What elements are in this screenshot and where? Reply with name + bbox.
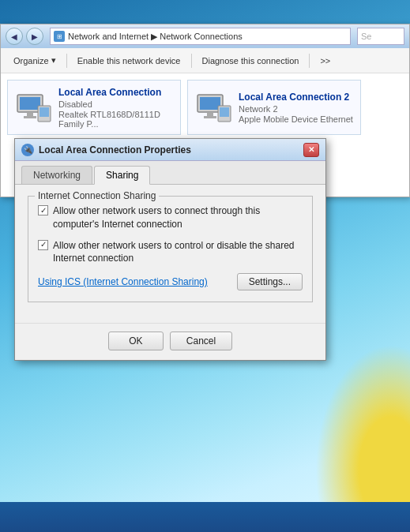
network-icon-2 bbox=[194, 88, 232, 126]
tab-sharing-label: Sharing bbox=[106, 170, 138, 181]
tab-networking[interactable]: Networking bbox=[21, 166, 92, 184]
svg-rect-1 bbox=[20, 97, 40, 110]
allow-connect-checkbox[interactable] bbox=[38, 205, 48, 215]
connection-name-1: Local Area Connection bbox=[58, 87, 174, 98]
close-icon: ✕ bbox=[308, 145, 314, 154]
svg-rect-9 bbox=[204, 116, 216, 118]
network-icon-1 bbox=[14, 88, 52, 126]
network-info-1: Local Area Connection Disabled Realtek R… bbox=[58, 87, 174, 129]
ics-group-box: Internet Connection Sharing Allow other … bbox=[28, 196, 313, 302]
toolbar-separator-3 bbox=[309, 54, 310, 68]
dialog-close-button[interactable]: ✕ bbox=[303, 143, 319, 157]
dialog-body: Internet Connection Sharing Allow other … bbox=[15, 185, 325, 323]
cancel-button[interactable]: Cancel bbox=[170, 332, 232, 350]
ok-button[interactable]: OK bbox=[108, 332, 164, 350]
dialog-footer: OK Cancel bbox=[15, 323, 325, 360]
enable-label: Enable this network device bbox=[77, 56, 181, 66]
dialog-title-icon: 🔌 bbox=[21, 144, 34, 156]
svg-rect-2 bbox=[27, 112, 33, 116]
allow-control-checkbox[interactable] bbox=[38, 240, 48, 250]
search-bar[interactable]: Se bbox=[357, 28, 404, 45]
enable-network-button[interactable]: Enable this network device bbox=[71, 51, 187, 70]
taskbar[interactable] bbox=[0, 502, 410, 532]
flower-decoration bbox=[315, 344, 410, 502]
address-bar[interactable]: ⊞ Network and Internet ▶ Network Connect… bbox=[50, 28, 351, 45]
svg-rect-11 bbox=[220, 107, 229, 117]
forward-button[interactable]: ▶ bbox=[26, 28, 43, 45]
organize-label: Organize bbox=[13, 56, 49, 66]
connection-type-2: Apple Mobile Device Ethernet bbox=[239, 114, 354, 124]
tab-networking-label: Networking bbox=[33, 170, 81, 181]
toolbar-separator-2 bbox=[191, 54, 192, 68]
organize-chevron: ▾ bbox=[51, 55, 56, 66]
explorer-titlebar: ◀ ▶ ⊞ Network and Internet ▶ Network Con… bbox=[1, 24, 409, 48]
diagnose-button[interactable]: Diagnose this connection bbox=[196, 51, 306, 70]
more-button[interactable]: >> bbox=[314, 51, 337, 70]
network-item-1[interactable]: Local Area Connection Disabled Realtek R… bbox=[7, 80, 181, 135]
group-box-title: Internet Connection Sharing bbox=[35, 190, 159, 201]
explorer-toolbar: Organize ▾ Enable this network device Di… bbox=[1, 48, 409, 73]
tab-sharing[interactable]: Sharing bbox=[94, 166, 150, 185]
properties-dialog: 🔌 Local Area Connection Properties ✕ Net… bbox=[14, 138, 326, 361]
connection-status-1: Disabled bbox=[58, 99, 174, 109]
svg-rect-8 bbox=[207, 112, 213, 116]
settings-button[interactable]: Settings... bbox=[237, 273, 303, 290]
checkbox-row-1: Allow other network users to connect thr… bbox=[38, 204, 303, 231]
svg-rect-3 bbox=[24, 116, 36, 118]
dialog-titlebar: 🔌 Local Area Connection Properties ✕ bbox=[15, 139, 325, 161]
dialog-tabs: Networking Sharing bbox=[15, 161, 325, 185]
address-icon: ⊞ bbox=[54, 31, 65, 42]
back-button[interactable]: ◀ bbox=[6, 28, 23, 45]
checkbox-row-2: Allow other network users to control or … bbox=[38, 239, 303, 266]
toolbar-separator-1 bbox=[66, 54, 67, 68]
more-label: >> bbox=[320, 56, 330, 66]
network-info-2: Local Area Connection 2 Network 2 Apple … bbox=[239, 92, 354, 124]
settings-row: Using ICS (Internet Connection Sharing) … bbox=[38, 273, 303, 290]
svg-rect-7 bbox=[200, 97, 220, 110]
address-text: Network and Internet ▶ Network Connectio… bbox=[68, 32, 243, 42]
search-placeholder: Se bbox=[361, 32, 371, 41]
ics-help-link[interactable]: Using ICS (Internet Connection Sharing) bbox=[38, 276, 208, 287]
connection-type-1: Realtek RTL8168D/8111D Family P... bbox=[58, 110, 174, 129]
organize-button[interactable]: Organize ▾ bbox=[7, 51, 62, 70]
dialog-title: Local Area Connection Properties bbox=[39, 144, 299, 155]
svg-rect-5 bbox=[39, 107, 49, 117]
connection-name-2: Local Area Connection 2 bbox=[239, 92, 354, 103]
network-item-2[interactable]: Local Area Connection 2 Network 2 Apple … bbox=[187, 80, 361, 135]
allow-connect-label: Allow other network users to connect thr… bbox=[53, 204, 303, 231]
allow-control-label: Allow other network users to control or … bbox=[53, 239, 303, 266]
connection-status-2: Network 2 bbox=[239, 104, 354, 114]
diagnose-label: Diagnose this connection bbox=[202, 56, 299, 66]
